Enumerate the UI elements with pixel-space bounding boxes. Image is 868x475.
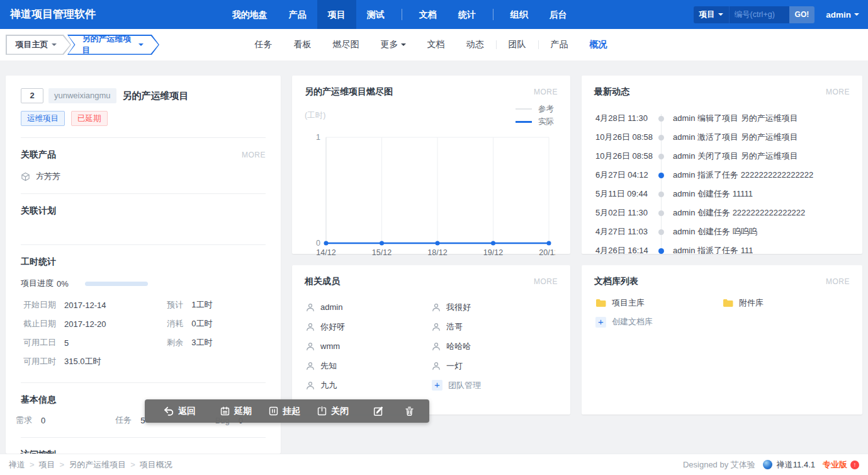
- nav-item[interactable]: 我的地盘: [222, 0, 278, 29]
- footer-breadcrumb-item[interactable]: 项目: [25, 459, 55, 471]
- tab[interactable]: 概况: [579, 39, 618, 50]
- hours-value: 0工时: [191, 318, 212, 329]
- activity-more-link[interactable]: MORE: [826, 88, 850, 96]
- activity-text[interactable]: admin 创建任务 呜呜呜: [673, 226, 757, 238]
- person-icon: [432, 342, 441, 351]
- activity-text[interactable]: admin 指派了任务 111: [673, 245, 753, 254]
- activity-text[interactable]: admin 创建任务 2222222222222222: [673, 207, 805, 219]
- breadcrumb: 项目主页 另的产运维项目: [6, 35, 155, 55]
- activity-row: 5月02日 11:30 admin 创建任务 2222222222222222: [595, 203, 850, 222]
- tab[interactable]: 产品: [540, 39, 579, 50]
- suspend-button[interactable]: 挂起: [260, 406, 308, 417]
- hours-value: 315.0工时: [64, 356, 101, 367]
- member-item[interactable]: 浩哥: [432, 317, 558, 336]
- status-badge: 运维项目: [21, 111, 65, 126]
- footer-breadcrumb-item[interactable]: 另的产运维项目: [55, 459, 127, 471]
- global-search: 项目 GO!: [694, 6, 815, 23]
- pause-icon: [268, 406, 279, 416]
- legend-actual-label: 实际: [538, 117, 554, 127]
- svg-text:0: 0: [316, 239, 320, 248]
- member-item[interactable]: 我很好: [432, 297, 558, 317]
- person-icon: [432, 362, 441, 370]
- activity-text[interactable]: admin 编辑了项目 另的产运维项目: [673, 113, 798, 124]
- access-section-title: 访问控制: [21, 449, 56, 454]
- nav-item[interactable]: 项目: [317, 0, 356, 29]
- tab[interactable]: 燃尽图: [322, 39, 370, 50]
- tab[interactable]: 看板: [283, 39, 322, 50]
- create-doc-library-button[interactable]: + 创建文档库: [595, 316, 723, 328]
- stat-label: 任务: [115, 415, 132, 426]
- footer: 禅道项目另的产运维项目项目概况 Designed by 艾体验 禅道11.4.1…: [0, 454, 868, 475]
- nav-item[interactable]: 产品: [278, 0, 317, 29]
- members-more-link[interactable]: MORE: [534, 277, 558, 286]
- person-icon: [306, 323, 315, 331]
- doc-library-item[interactable]: 附件库: [723, 297, 850, 309]
- hours-label: 截止日期: [16, 318, 56, 329]
- basic-section-title: 基本信息: [21, 394, 56, 406]
- tab[interactable]: [538, 40, 539, 49]
- breadcrumb-current-project[interactable]: 另的产运维项目: [67, 35, 159, 55]
- member-item[interactable]: 先知: [306, 356, 432, 375]
- nav-item[interactable]: 统计: [448, 0, 487, 29]
- products-more-link[interactable]: MORE: [242, 151, 266, 159]
- tab[interactable]: 文档: [417, 39, 456, 50]
- nav-item[interactable]: [493, 9, 493, 20]
- activity-text[interactable]: admin 指派了任务 2222222222222222: [673, 169, 813, 181]
- status-badge: 已延期: [71, 111, 108, 126]
- breadcrumb-project-home[interactable]: 项目主页: [6, 35, 71, 55]
- user-menu[interactable]: admin: [826, 10, 859, 20]
- member-item[interactable]: 哈哈哈: [432, 336, 558, 356]
- project-tags: 运维项目已延期: [6, 111, 281, 126]
- project-code-badge: yunweixiangmu: [48, 88, 116, 103]
- zentao-globe-icon: [763, 460, 772, 469]
- activity-text[interactable]: admin 激活了项目 另的产运维项目: [673, 132, 798, 143]
- tab[interactable]: 更多: [370, 39, 417, 50]
- member-item[interactable]: admin: [306, 297, 432, 317]
- main-content: 另的产运维项目燃尽图 MORE (工时) 参考 实际 0114/1215/121…: [0, 60, 868, 454]
- footer-breadcrumb-item[interactable]: 项目概况: [126, 459, 172, 471]
- cube-icon: [21, 172, 30, 181]
- member-item[interactable]: 一灯: [432, 356, 558, 375]
- activity-date: 5月02日 11:30: [595, 207, 653, 219]
- burndown-more-link[interactable]: MORE: [534, 88, 558, 96]
- linked-product[interactable]: 方芳芳: [6, 161, 281, 182]
- footer-breadcrumb-item[interactable]: 禅道: [9, 459, 25, 471]
- members-panel: 相关成员 MORE admin 你好呀 wmm 先知: [292, 265, 570, 415]
- basic-stat: 需求 0: [16, 415, 45, 426]
- edit-button[interactable]: [364, 406, 396, 417]
- docs-more-link[interactable]: MORE: [826, 277, 850, 286]
- delete-button[interactable]: [396, 406, 427, 416]
- member-item[interactable]: 你好呀: [306, 317, 432, 336]
- nav-item[interactable]: [402, 9, 402, 20]
- activity-text[interactable]: admin 创建任务 11111: [673, 188, 753, 200]
- tab[interactable]: 动态: [456, 39, 495, 50]
- doc-library-item[interactable]: 项目主库: [595, 297, 723, 309]
- hours-value: 2017-12-14: [64, 300, 106, 310]
- nav-item[interactable]: 组织: [500, 0, 539, 29]
- activity-list: 4月28日 11:30 admin 编辑了项目 另的产运维项目 10月26日 0…: [582, 103, 862, 254]
- tab[interactable]: [496, 40, 497, 49]
- calendar-icon: [220, 406, 230, 416]
- nav-item[interactable]: 后台: [539, 0, 578, 29]
- person-icon: [306, 362, 315, 370]
- stat-label: 需求: [16, 415, 32, 426]
- postpone-button[interactable]: 延期: [211, 406, 260, 417]
- nav-item[interactable]: 测试: [356, 0, 395, 29]
- edition-link[interactable]: 专业版: [823, 459, 847, 471]
- search-go-button[interactable]: GO!: [789, 6, 815, 23]
- tab[interactable]: 任务: [244, 39, 283, 50]
- activity-title: 最新动态: [594, 86, 629, 98]
- close-project-button[interactable]: 关闭: [308, 406, 357, 417]
- back-button[interactable]: 返回: [155, 406, 204, 417]
- tab[interactable]: 团队: [498, 39, 537, 50]
- upgrade-icon[interactable]: ↑: [850, 461, 859, 469]
- folder-icon: [723, 299, 733, 307]
- timeline-dot-icon: [658, 192, 664, 197]
- search-scope-dropdown[interactable]: 项目: [694, 6, 729, 23]
- nav-item[interactable]: 文档: [409, 0, 448, 29]
- member-item[interactable]: 九九: [306, 375, 432, 395]
- team-manage-button[interactable]: + 团队管理: [432, 375, 558, 395]
- member-item[interactable]: wmm: [306, 336, 432, 356]
- activity-text[interactable]: admin 关闭了项目 另的产运维项目: [673, 151, 798, 162]
- search-input[interactable]: [729, 6, 789, 23]
